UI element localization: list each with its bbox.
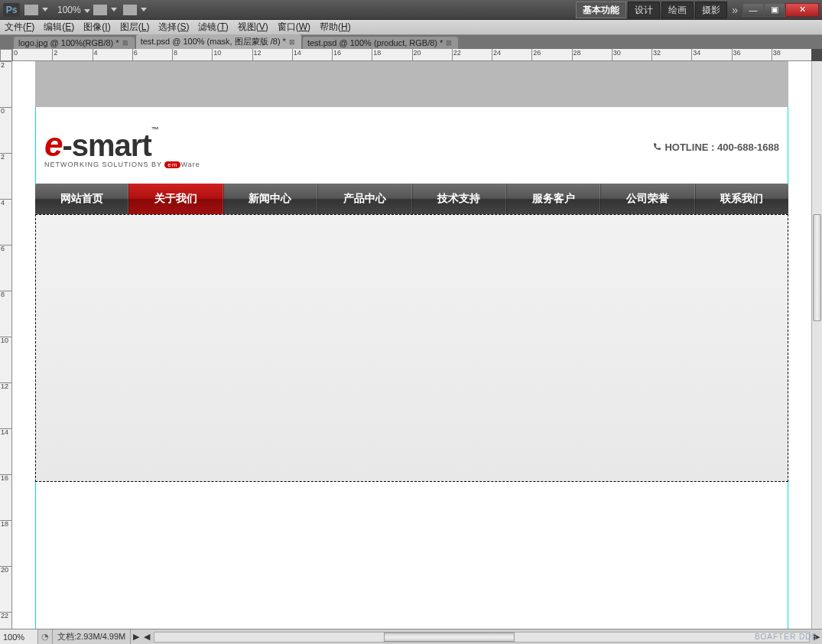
menu-v[interactable]: 视图(V) [238, 21, 268, 34]
scrollbar-thumb[interactable] [813, 214, 821, 321]
arrange-documents[interactable] [93, 5, 117, 15]
film-icon [24, 5, 38, 15]
workspace-switcher: 基本功能设计绘画摄影 [574, 2, 727, 17]
close-icon[interactable]: ⊠ [289, 38, 297, 46]
status-menu-arrow[interactable]: ▶ [131, 632, 141, 642]
ruler-origin[interactable] [0, 49, 12, 61]
app-titlebar: Ps 100% 基本功能设计绘画摄影 » — ▣ ✕ [0, 0, 822, 20]
scroll-left-arrow[interactable]: ◀ [141, 632, 152, 642]
logo-row: e-smart™ NETWORKING SOLUTIONS BY emWare … [44, 121, 779, 173]
ruler-horizontal[interactable]: 0246810121416182022242628303234363840 [12, 49, 811, 61]
document-tabs: logo.jpg @ 100%(RGB/8) *⊠test.psd @ 100%… [0, 35, 822, 49]
close-icon[interactable]: ⊠ [446, 39, 453, 47]
horizontal-scrollbar[interactable] [154, 632, 810, 642]
nav-item-5[interactable]: 服务客户 [506, 184, 600, 214]
document-tab-1[interactable]: test.psd @ 100% (mask, 图层蒙版 /8) *⊠ [136, 34, 301, 49]
close-icon[interactable]: ⊠ [122, 39, 130, 47]
menu-s[interactable]: 选择(S) [158, 21, 189, 34]
menu-w[interactable]: 窗口(W) [278, 21, 310, 34]
site-navbar: 网站首页关于我们新闻中心产品中心技术支持服务客户公司荣誉联系我们 [35, 184, 788, 214]
marquee-selection[interactable] [35, 214, 788, 482]
menu-bar: 文件(F)编辑(E)图像(I)图层(L)选择(S)滤镜(T)视图(V)窗口(W)… [0, 20, 822, 35]
status-preview-icon[interactable]: ◔ [38, 632, 52, 642]
work-area: 20246810121416182022 e-smart™ NETWORKING… [0, 61, 822, 629]
phone-icon [652, 142, 661, 151]
maximize-button[interactable]: ▣ [764, 3, 785, 17]
expand-icon[interactable]: » [732, 4, 738, 16]
workspace-2[interactable]: 绘画 [661, 2, 694, 18]
nav-item-7[interactable]: 联系我们 [695, 184, 788, 214]
app-logo-icon: Ps [3, 3, 20, 17]
screen-icon [123, 5, 137, 15]
menu-l[interactable]: 图层(L) [120, 21, 150, 34]
document-tab-2[interactable]: test.psd @ 100% (product, RGB/8) *⊠ [303, 37, 458, 49]
menu-h[interactable]: 帮助(H) [320, 21, 351, 34]
ruler-vertical[interactable]: 20246810121416182022 [0, 61, 12, 629]
logo-e: e [44, 125, 62, 163]
canvas-viewport: e-smart™ NETWORKING SOLUTIONS BY emWare … [12, 61, 811, 629]
status-zoom[interactable]: 100% [0, 629, 38, 644]
zoom-level[interactable]: 100% [54, 5, 93, 15]
canvas[interactable]: e-smart™ NETWORKING SOLUTIONS BY emWare … [12, 61, 811, 629]
logo-tm: ™ [151, 125, 158, 134]
chevron-down-icon [84, 9, 90, 13]
workspace-3[interactable]: 摄影 [695, 2, 727, 18]
close-button[interactable]: ✕ [785, 3, 819, 17]
logo-text: -smart [62, 128, 151, 162]
tool-picker[interactable] [24, 5, 48, 15]
nav-item-2[interactable]: 新闻中心 [223, 184, 317, 214]
menu-t[interactable]: 滤镜(T) [198, 21, 228, 34]
menu-e[interactable]: 编辑(E) [44, 21, 74, 34]
workspace-0[interactable]: 基本功能 [576, 2, 626, 18]
vertical-scrollbar[interactable] [811, 61, 822, 629]
menu-i[interactable]: 图像(I) [83, 21, 110, 34]
site-logo: e-smart™ [44, 125, 200, 164]
chevron-down-icon [111, 8, 117, 11]
scrollbar-thumb[interactable] [384, 633, 515, 642]
nav-item-1[interactable]: 关于我们 [128, 184, 223, 214]
document-tab-0[interactable]: logo.jpg @ 100%(RGB/8) *⊠ [14, 37, 135, 49]
menu-f[interactable]: 文件(F) [5, 21, 34, 34]
status-bar: 100% ◔ 文档:2.93M/4.99M ▶ ◀ ▶ [0, 629, 822, 644]
nav-item-6[interactable]: 公司荣誉 [600, 184, 694, 214]
header-band [35, 61, 788, 107]
screen-mode[interactable] [123, 5, 147, 15]
minimize-button[interactable]: — [742, 3, 764, 17]
nav-item-4[interactable]: 技术支持 [412, 184, 506, 214]
watermark: BOAFTER DDS [755, 633, 817, 641]
grid-icon [93, 5, 107, 15]
workspace-1[interactable]: 设计 [628, 2, 660, 18]
hotline: HOTLINE : 400-688-1688 [652, 141, 779, 153]
status-doc-size[interactable]: 文档:2.93M/4.99M [52, 629, 131, 644]
nav-item-0[interactable]: 网站首页 [35, 184, 128, 214]
window-controls: — ▣ ✕ [742, 3, 819, 17]
chevron-down-icon [42, 8, 48, 11]
nav-item-3[interactable]: 产品中心 [317, 184, 411, 214]
chevron-down-icon [141, 8, 147, 11]
